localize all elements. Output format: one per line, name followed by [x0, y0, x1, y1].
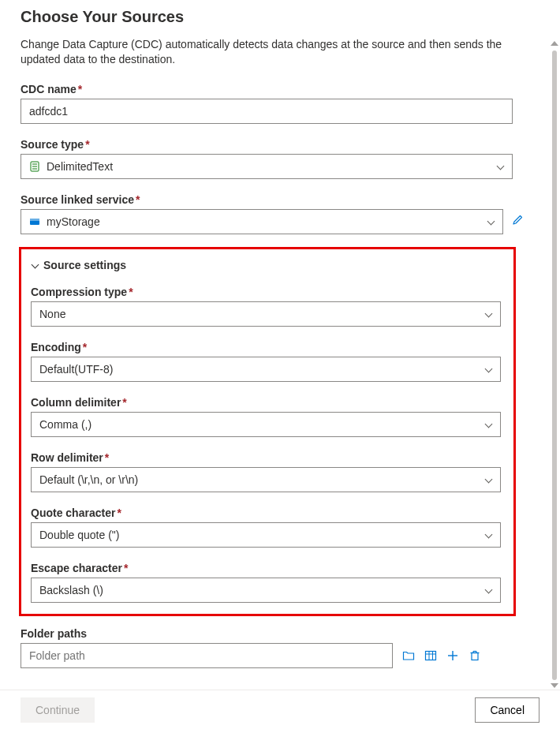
label-cdc-name: CDC name*: [21, 83, 524, 95]
source-settings-toggle[interactable]: Source settings: [31, 259, 504, 271]
browse-folder-button[interactable]: [402, 649, 415, 662]
field-escape-character: Escape character* Backslash (\): [31, 562, 504, 603]
dropdown-value: DelimitedText: [47, 160, 113, 173]
edit-linked-service-button[interactable]: [511, 214, 524, 229]
scroll-down-icon: [551, 683, 558, 688]
label-text: Row delimiter: [31, 451, 103, 464]
svg-rect-12: [472, 652, 478, 660]
label-encoding: Encoding*: [31, 341, 504, 353]
dropdown-content: myStorage: [29, 215, 100, 228]
chevron-down-icon: [31, 261, 39, 269]
scrollbar[interactable]: [549, 39, 560, 690]
row-delimiter-dropdown[interactable]: Default (\r,\n, or \r\n): [31, 467, 501, 492]
field-source-type: Source type* DelimitedText: [21, 138, 524, 179]
label-text: Quote character: [31, 507, 115, 519]
dropdown-value: Backslash (\): [39, 584, 103, 596]
source-type-dropdown[interactable]: DelimitedText: [21, 154, 513, 179]
page-title: Choose Your Sources: [21, 8, 524, 26]
label-text: Column delimiter: [31, 396, 121, 409]
required-asterisk: *: [136, 193, 140, 206]
label-column-delimiter: Column delimiter*: [31, 396, 504, 409]
preview-data-button[interactable]: [424, 649, 437, 662]
storage-icon: [29, 216, 40, 227]
continue-button: Continue: [21, 697, 95, 723]
label-text: Source type: [21, 138, 84, 151]
svg-rect-5: [30, 219, 39, 221]
label-folder-paths: Folder paths: [21, 627, 524, 640]
add-folder-path-button[interactable]: [446, 649, 459, 662]
svg-rect-6: [426, 651, 436, 660]
cdc-name-input[interactable]: [21, 99, 513, 124]
chevron-down-icon: [484, 476, 492, 484]
label-source-linked-service: Source linked service*: [21, 193, 524, 206]
file-icon: [29, 161, 40, 172]
label-text: Source linked service: [21, 193, 134, 206]
chevron-down-icon: [484, 586, 492, 594]
required-asterisk: *: [83, 341, 87, 353]
label-row-delimiter: Row delimiter*: [31, 451, 504, 464]
cancel-button[interactable]: Cancel: [475, 697, 539, 723]
label-compression-type: Compression type*: [31, 286, 504, 298]
required-asterisk: *: [124, 562, 128, 574]
label-source-type: Source type*: [21, 138, 524, 151]
encoding-dropdown[interactable]: Default(UTF-8): [31, 357, 501, 382]
scroll-thumb[interactable]: [552, 50, 557, 680]
required-asterisk: *: [105, 451, 109, 464]
label-text: Encoding: [31, 341, 81, 353]
label-text: Escape character: [31, 562, 122, 574]
source-linked-service-dropdown[interactable]: myStorage: [21, 209, 503, 234]
field-column-delimiter: Column delimiter* Comma (,): [31, 396, 504, 437]
chevron-down-icon: [496, 163, 504, 170]
chevron-down-icon: [484, 310, 492, 318]
required-asterisk: *: [122, 396, 126, 409]
dropdown-value: Double quote ("): [39, 529, 119, 541]
field-quote-character: Quote character* Double quote ("): [31, 507, 504, 548]
required-asterisk: *: [129, 286, 133, 298]
dropdown-value: Comma (,): [39, 418, 91, 431]
source-settings-section: Source settings Compression type* None E…: [19, 247, 516, 616]
dropdown-value: Default (\r,\n, or \r\n): [39, 473, 138, 486]
page-subtitle: Change Data Capture (CDC) automatically …: [21, 37, 524, 67]
escape-character-dropdown[interactable]: Backslash (\): [31, 578, 501, 603]
compression-type-dropdown[interactable]: None: [31, 301, 501, 327]
chevron-down-icon: [487, 218, 495, 226]
field-cdc-name: CDC name*: [21, 83, 524, 124]
chevron-down-icon: [484, 421, 492, 428]
delete-folder-path-button[interactable]: [469, 649, 481, 662]
chevron-down-icon: [484, 531, 492, 539]
dropdown-value: Default(UTF-8): [39, 363, 113, 376]
footer-bar: Continue Cancel: [0, 690, 560, 729]
dropdown-content: DelimitedText: [29, 160, 113, 173]
column-delimiter-dropdown[interactable]: Comma (,): [31, 412, 501, 437]
dropdown-value: myStorage: [47, 215, 100, 228]
scroll-up-icon: [551, 41, 558, 46]
field-source-linked-service: Source linked service* myStorage: [21, 193, 524, 234]
field-folder-paths: Folder paths: [21, 627, 524, 668]
label-escape-character: Escape character*: [31, 562, 504, 574]
label-text: CDC name: [21, 83, 77, 95]
label-text: Folder paths: [21, 627, 87, 640]
quote-character-dropdown[interactable]: Double quote ("): [31, 522, 501, 548]
dropdown-value: None: [39, 308, 65, 320]
section-title: Source settings: [43, 259, 126, 271]
chevron-down-icon: [484, 365, 492, 373]
folder-path-input[interactable]: [21, 643, 393, 668]
field-compression-type: Compression type* None: [31, 286, 504, 327]
required-asterisk: *: [117, 507, 121, 519]
field-row-delimiter: Row delimiter* Default (\r,\n, or \r\n): [31, 451, 504, 492]
panel-body: Choose Your Sources Change Data Capture …: [0, 0, 544, 690]
required-asterisk: *: [78, 83, 82, 95]
label-text: Compression type: [31, 286, 127, 298]
required-asterisk: *: [85, 138, 89, 151]
field-encoding: Encoding* Default(UTF-8): [31, 341, 504, 382]
label-quote-character: Quote character*: [31, 507, 504, 519]
